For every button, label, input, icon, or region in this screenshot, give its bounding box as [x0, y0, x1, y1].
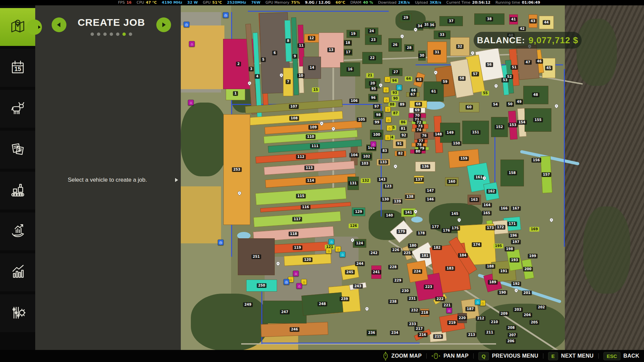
map-marker-animal-icon[interactable]: ⌂ — [340, 252, 345, 257]
location-pin-icon[interactable] — [413, 209, 418, 214]
map-marker-house-icon[interactable]: ⌂ — [385, 107, 391, 112]
map-marker-shop-icon[interactable]: ⌂ — [188, 100, 194, 106]
map-marker-shop-icon[interactable]: ⌂ — [293, 271, 299, 277]
map-marker-house-icon[interactable]: ⌂ — [335, 246, 341, 252]
field-number-badge: 232 — [410, 308, 420, 313]
field-number-badge: 37 — [447, 19, 455, 23]
field-number-badge: 149 — [445, 130, 455, 135]
field-number-badge: 231 — [408, 296, 417, 301]
field-number-badge: 48 — [532, 93, 539, 97]
map-marker-shop-icon[interactable]: ⌂ — [446, 308, 452, 313]
field-number-badge: 234 — [390, 330, 400, 335]
location-pin-icon[interactable] — [514, 288, 519, 293]
map-marker-animal-icon[interactable]: ⌂ — [329, 239, 334, 245]
map-marker-house-icon[interactable]: ⌂ — [385, 77, 390, 82]
field-for-sale-badge: 87 — [392, 111, 399, 116]
field-number-badge: 181 — [420, 253, 430, 258]
previous-page-button[interactable] — [52, 17, 66, 32]
location-pin-icon[interactable] — [378, 82, 383, 88]
field-number-badge: 137 — [414, 177, 424, 182]
location-pin-icon[interactable] — [493, 83, 499, 88]
field-number-badge: 222 — [435, 297, 445, 301]
location-pin-icon[interactable] — [364, 306, 370, 311]
field-number-badge: 173 — [486, 226, 495, 230]
map-marker-shop-icon[interactable]: ⌂ — [189, 41, 195, 47]
right-arrow-icon — [162, 22, 166, 27]
location-pin-icon[interactable] — [554, 103, 559, 109]
sidebar-item-statistics[interactable] — [0, 253, 35, 291]
map-marker-station-icon[interactable]: ◎ — [223, 12, 229, 18]
hotkey-previous-menu[interactable]: QPREVIOUS MENU — [478, 352, 538, 360]
field-number-badge: 33 — [438, 33, 446, 37]
map-marker-house-icon[interactable]: ⌂ — [385, 135, 391, 140]
pagination-dot — [97, 33, 100, 36]
field-number-badge: 210 — [490, 320, 499, 324]
field-number-badge: 99 — [373, 120, 381, 125]
sidebar-item-production[interactable] — [0, 172, 35, 209]
map-marker-house-icon[interactable]: ⌂ — [387, 125, 392, 131]
hotkey-zoom-map[interactable]: ZOOM MAP — [383, 352, 422, 361]
field-number-badge: 156 — [532, 158, 541, 163]
map-marker-station-icon[interactable]: ◎ — [184, 22, 190, 27]
field-number-badge: 219 — [447, 320, 457, 325]
map-marker-station-icon[interactable]: ◎ — [284, 279, 289, 285]
field-number-badge: 140 — [385, 213, 394, 218]
hotkey-next-menu[interactable]: ENEXT MENU — [548, 352, 594, 360]
map-marker-house-icon[interactable]: ⌂ — [480, 300, 486, 306]
pagination-dot — [91, 33, 94, 36]
expand-arrow-icon[interactable] — [175, 178, 178, 182]
location-pin-icon[interactable] — [457, 217, 462, 223]
calendar-day: 15 — [14, 66, 21, 72]
sidebar-item-finances[interactable] — [0, 213, 35, 250]
sidebar-item-map[interactable] — [0, 8, 35, 46]
field-number-badge: 190 — [498, 290, 507, 295]
sidebar-item-calendar[interactable]: 15 — [0, 49, 35, 87]
location-pin-icon[interactable] — [279, 72, 284, 78]
map-marker-shop-icon[interactable]: ⌂ — [297, 283, 302, 289]
balance-value: 9,077,712 $ — [529, 35, 578, 46]
sidebar-item-contracts[interactable] — [0, 131, 35, 169]
map-marker-house-icon[interactable]: ⌂ — [326, 248, 332, 254]
location-pin-icon[interactable] — [470, 50, 475, 56]
map-marker-animal-icon[interactable]: ⌂ — [475, 299, 481, 305]
key-badge-esc: ESC — [603, 352, 621, 360]
location-pin-icon[interactable] — [237, 190, 242, 196]
next-page-button[interactable] — [156, 17, 171, 32]
field-number-badge: 22 — [369, 56, 376, 60]
field-number-badge: 166 — [499, 206, 509, 211]
field-number-badge: 104 — [350, 153, 359, 158]
sidebar-item-animals[interactable] — [0, 90, 35, 128]
location-pin-icon[interactable] — [247, 80, 252, 86]
location-pin-icon[interactable] — [275, 261, 281, 266]
field-number-badge: 178 — [417, 231, 426, 236]
farm-map[interactable]: 1234567891011121314151617181920212223242… — [181, 5, 644, 350]
calendar-icon: 15 — [9, 59, 26, 77]
field-number-badge: 51 — [511, 65, 518, 70]
sidebar-item-settings[interactable] — [0, 294, 35, 332]
field-number-badge: 220 — [458, 316, 467, 320]
field-number-badge: 216 — [418, 333, 428, 337]
map-marker-house-icon[interactable]: ⌂ — [384, 97, 389, 103]
hotkey-back[interactable]: ESCBACK — [603, 352, 639, 360]
location-pin-icon[interactable] — [399, 34, 405, 39]
location-pin-icon[interactable] — [331, 126, 336, 131]
location-pin-icon[interactable] — [393, 164, 398, 169]
field-number-badge: 110 — [306, 134, 316, 139]
location-pin-icon[interactable] — [433, 70, 438, 75]
map-marker-shop-icon[interactable]: ⌂ — [371, 141, 376, 147]
field-number-badge: 16 — [346, 67, 354, 72]
location-pin-icon[interactable] — [319, 121, 324, 126]
field-number-badge: 42 — [519, 26, 526, 31]
location-pin-icon[interactable] — [549, 217, 554, 223]
map-marker-animal-icon[interactable]: ⌂ — [396, 85, 402, 90]
cow-icon — [9, 100, 26, 118]
field-for-sale-badge: 55 — [482, 91, 489, 96]
location-pin-icon[interactable] — [350, 237, 355, 243]
map-marker-house-icon[interactable]: ⌂ — [383, 87, 389, 93]
hotkey-pan-map[interactable]: PAN MAP — [431, 352, 469, 360]
field-number-badge: 111 — [310, 144, 320, 148]
map-marker-house-icon[interactable]: ⌂ — [386, 117, 391, 123]
map-marker-station-icon[interactable]: ◎ — [218, 240, 224, 245]
field-number-badge: 218 — [420, 310, 430, 315]
field-number-badge: 243 — [353, 284, 363, 289]
